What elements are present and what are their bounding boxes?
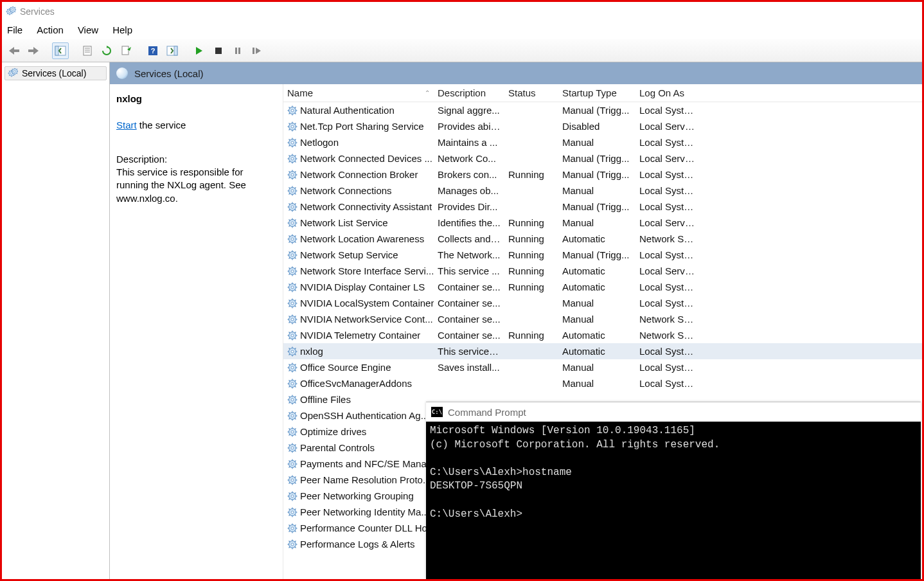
service-name: NVIDIA NetworkService Cont... [300, 314, 433, 325]
start-service-rest: the service [137, 120, 186, 130]
gear-icon [287, 379, 298, 389]
service-name: NVIDIA Telemetry Container [300, 330, 420, 341]
service-row[interactable]: Network ConnectionsManages ob...ManualLo… [283, 183, 922, 199]
col-status[interactable]: Status [504, 87, 558, 98]
gear-icon [287, 443, 298, 453]
detail-pane: nxlog Start the service Description: Thi… [110, 84, 283, 579]
menu-help[interactable]: Help [112, 24, 132, 35]
service-description: Brokers con... [434, 169, 504, 180]
col-log-on-as[interactable]: Log On As [635, 87, 700, 98]
service-description: Identifies the... [434, 217, 504, 228]
gear-icon [287, 298, 298, 308]
service-row[interactable]: Network Store Interface Servi...This ser… [283, 263, 922, 279]
service-row[interactable]: NVIDIA Telemetry ContainerContainer se..… [283, 327, 922, 343]
service-startup-type: Manual [558, 217, 635, 228]
start-service-link[interactable]: Start [116, 120, 137, 130]
service-log-on-as: Local System [635, 346, 700, 357]
command-prompt-titlebar[interactable]: C:\ Command Prompt [426, 402, 921, 422]
service-row[interactable]: Network Connected Devices ...Network Co.… [283, 150, 922, 166]
refresh-button[interactable] [98, 42, 115, 59]
pause-service-button[interactable] [229, 42, 246, 59]
tree-pane: Services (Local) [2, 62, 110, 579]
show-hide-action-pane-button[interactable] [164, 42, 181, 59]
col-description[interactable]: Description [434, 87, 504, 98]
command-prompt-icon: C:\ [431, 407, 443, 417]
service-row[interactable]: NVIDIA Display Container LSContainer se.… [283, 279, 922, 295]
service-name: Network Store Interface Servi... [300, 265, 434, 276]
gear-icon [287, 170, 298, 180]
command-prompt-window[interactable]: C:\ Command Prompt Microsoft Windows [Ve… [426, 402, 921, 579]
service-startup-type: Automatic [558, 330, 635, 341]
service-status: Running [504, 169, 558, 180]
svg-rect-23 [238, 48, 240, 54]
list-header: Name ⌃ Description Status Startup Type L… [283, 84, 922, 102]
gear-icon [287, 362, 298, 373]
col-startup-type[interactable]: Startup Type [558, 87, 635, 98]
service-startup-type: Automatic [558, 282, 635, 292]
svg-rect-12 [84, 46, 91, 55]
service-row[interactable]: NetlogonMaintains a ...ManualLocal Syste… [283, 134, 922, 150]
service-row[interactable]: Network Connectivity AssistantProvides D… [283, 199, 922, 215]
stop-service-button[interactable] [210, 42, 227, 59]
service-name: Offline Files [300, 394, 351, 405]
menu-view[interactable]: View [78, 24, 98, 35]
start-service-button[interactable] [191, 42, 208, 59]
service-log-on-as: Local System [635, 185, 700, 196]
gear-icon [287, 507, 298, 517]
service-name: Network Setup Service [300, 249, 398, 260]
service-status: Running [504, 249, 558, 260]
service-row[interactable]: Network Connection BrokerBrokers con...R… [283, 166, 922, 183]
help-button[interactable]: ? [145, 42, 161, 59]
service-name: NVIDIA LocalSystem Container [300, 298, 434, 308]
service-row[interactable]: OfficeSvcManagerAddonsManualLocal System [283, 375, 922, 391]
col-name[interactable]: Name ⌃ [283, 87, 434, 98]
command-prompt-output[interactable]: Microsoft Windows [Version 10.0.19043.11… [426, 422, 921, 579]
gear-icon [287, 346, 298, 357]
gear-icon [287, 202, 298, 212]
content-header-icon [116, 67, 128, 79]
services-app-icon [6, 6, 16, 17]
menu-file[interactable]: File [7, 24, 22, 35]
service-description: This service i... [434, 346, 504, 357]
service-row[interactable]: Network List ServiceIdentifies the...Run… [283, 215, 922, 231]
menu-action[interactable]: Action [37, 24, 64, 35]
service-row[interactable]: Office Source EngineSaves install...Manu… [283, 359, 922, 375]
service-row[interactable]: Network Setup ServiceThe Network...Runni… [283, 247, 922, 263]
export-list-button[interactable] [118, 42, 134, 59]
back-button[interactable] [6, 42, 22, 59]
service-startup-type: Manual (Trigg... [558, 153, 635, 164]
service-row[interactable]: Natural AuthenticationSignal aggre...Man… [283, 102, 922, 118]
service-startup-type: Automatic [558, 265, 635, 276]
service-description: The Network... [434, 249, 504, 260]
service-name: Network Connections [300, 185, 392, 196]
tree-root-item[interactable]: Services (Local) [4, 66, 107, 80]
service-row[interactable]: nxlogThis service i...AutomaticLocal Sys… [283, 343, 922, 359]
gear-icon [287, 266, 298, 276]
service-description: Network Co... [434, 153, 504, 164]
gear-icon [287, 523, 298, 533]
service-description: Container se... [434, 298, 504, 308]
service-row[interactable]: Net.Tcp Port Sharing ServiceProvides abi… [283, 118, 922, 134]
service-startup-type: Manual (Trigg... [558, 169, 635, 180]
service-log-on-as: Local Service [635, 217, 700, 228]
service-log-on-as: Local System [635, 298, 700, 308]
gear-icon [287, 395, 298, 405]
service-description: Provides Dir... [434, 201, 504, 212]
service-description: Signal aggre... [434, 105, 504, 116]
show-hide-tree-button[interactable] [52, 42, 69, 59]
service-row[interactable]: NVIDIA LocalSystem ContainerContainer se… [283, 295, 922, 311]
service-row[interactable]: Network Location AwarenessCollects and .… [283, 231, 922, 247]
forward-button[interactable] [25, 42, 42, 59]
service-log-on-as: Local System [635, 362, 700, 373]
service-status: Running [504, 217, 558, 228]
service-name: Performance Counter DLL Ho... [300, 523, 434, 533]
service-status: Running [504, 330, 558, 341]
properties-button[interactable] [79, 42, 96, 59]
sort-ascending-icon: ⌃ [425, 89, 430, 96]
restart-service-button[interactable] [249, 42, 265, 59]
gear-icon [287, 491, 298, 501]
window-titlebar: Services [2, 2, 922, 21]
content-header: Services (Local) [110, 62, 922, 84]
service-row[interactable]: NVIDIA NetworkService Cont...Container s… [283, 311, 922, 327]
gear-icon [287, 121, 298, 132]
